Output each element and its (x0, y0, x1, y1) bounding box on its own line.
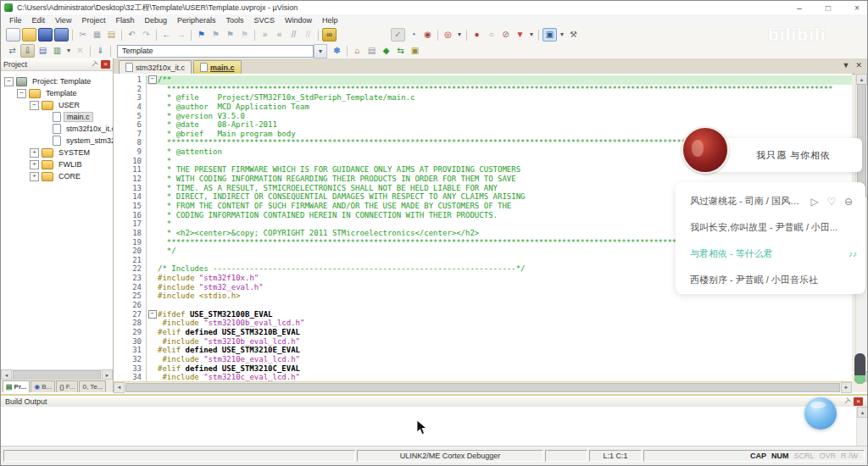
maximize-button[interactable]: □ (823, 3, 833, 13)
bookmark-prev-icon[interactable]: ⚑ (209, 29, 222, 41)
menu-item-help[interactable]: Help (317, 16, 343, 25)
stop-build-icon[interactable]: ✕ (74, 45, 86, 57)
comment-icon[interactable]: // (287, 29, 300, 41)
download-icon[interactable]: ⇓ (94, 45, 107, 57)
find-caret[interactable]: ▾ (456, 29, 463, 41)
tree-item-system[interactable]: +SYSTEM (1, 147, 113, 158)
batch-build-icon[interactable]: ▥ (51, 45, 64, 57)
close-button[interactable]: × (852, 3, 862, 13)
select-packs-icon[interactable]: ⇆ (394, 45, 407, 57)
playlist-item[interactable]: 风过谢桃花 - 司南 / 国风新语 /...▷♡⊖ (676, 188, 865, 214)
tree-expander-icon[interactable]: + (30, 148, 39, 158)
menu-item-edit[interactable]: Edit (27, 16, 51, 25)
configure-wrench-icon[interactable]: ⚒ (567, 29, 580, 41)
playlist-item[interactable]: 我叫长安,你叫故里 - 尹昔眠 / 小田... (676, 214, 865, 241)
layout-caret[interactable]: ▾ (559, 29, 565, 41)
open-folder-icon[interactable] (22, 28, 36, 42)
new-file-icon[interactable] (6, 28, 20, 42)
menu-item-svcs[interactable]: SVCS (249, 16, 281, 25)
quick-find-icon[interactable]: ◔ (407, 29, 420, 41)
panel-tab-0te[interactable]: 0, Te... (79, 380, 106, 392)
panel-tab-b[interactable]: ◉B... (31, 380, 55, 392)
build-icon[interactable]: ⇩ (20, 44, 35, 58)
tree-expander-icon[interactable]: + (30, 160, 39, 169)
pin-icon[interactable]: ⊤ (841, 395, 853, 407)
remove-icon[interactable]: ⊖ (840, 196, 857, 208)
save-icon[interactable] (38, 28, 53, 42)
play-icon[interactable]: ▷ (806, 196, 823, 208)
tree-expander-icon[interactable]: − (30, 101, 39, 110)
batch-caret[interactable]: ▾ (65, 45, 72, 57)
editor-tab-stm32f10x_it-c[interactable]: stm32f10x_it.c (119, 60, 192, 74)
build-output-close-icon[interactable]: × (854, 397, 863, 406)
breakpoint-caret[interactable]: ▾ (528, 29, 535, 41)
build-output-content[interactable] (1, 407, 867, 448)
redo-icon[interactable]: ↷ (140, 29, 153, 41)
manage-rte-icon[interactable]: ◆ (380, 45, 392, 57)
indent-icon[interactable]: » (259, 29, 271, 41)
save-all-icon[interactable] (54, 28, 69, 42)
menu-item-flash[interactable]: Flash (110, 16, 139, 25)
tree-item-system-stm32f1[interactable]: system_stm32f1 (1, 135, 113, 147)
scroll-up-icon[interactable]: ▴ (857, 407, 868, 418)
music-volume-pill[interactable] (854, 353, 865, 384)
playlist-item[interactable]: 西楼别序 - 尹昔眠 / 小田音乐社 (676, 267, 865, 293)
breakpoint-disable-all-icon[interactable]: ⊘ (499, 29, 512, 41)
bookmark-toggle-icon[interactable]: ⚑ (195, 29, 208, 41)
find-replace-icon[interactable]: ◉ (421, 29, 434, 41)
tree-item-template[interactable]: −Template (1, 87, 113, 99)
menu-item-tools[interactable]: Tools (220, 16, 248, 25)
close-doc-icon[interactable]: ✕ (855, 61, 862, 69)
panel-tab-pr[interactable]: ▤Pr... (3, 380, 30, 392)
fold-collapse-icon[interactable]: − (148, 310, 157, 319)
menu-item-debug[interactable]: Debug (139, 16, 172, 25)
find-in-files-red-icon[interactable]: ◎ (442, 29, 454, 41)
playlist-item[interactable]: 与君相依 - 等什么君♪♪ (676, 241, 865, 267)
editor-tab-main-c[interactable]: main.c (193, 60, 242, 74)
floating-ball[interactable] (804, 397, 837, 430)
menu-item-peripherals[interactable]: Peripherals (172, 16, 221, 25)
fold-collapse-icon[interactable]: − (148, 75, 157, 84)
cut-icon[interactable]: ✂ (76, 29, 89, 41)
doc-list-caret-icon[interactable]: ▼ (843, 61, 850, 69)
tree-item-stm32f10x-it-c[interactable]: stm32f10x_it.c (1, 123, 113, 135)
tree-item-project-template[interactable]: −Project: Template (1, 75, 113, 87)
pack-installer-icon[interactable]: ▣ (409, 45, 421, 57)
undo-icon[interactable]: ↶ (125, 29, 138, 41)
target-select-caret-icon[interactable]: ▾ (314, 44, 327, 58)
editor-hscrollbar[interactable]: ◂ ▸ (114, 381, 852, 392)
menu-item-project[interactable]: Project (76, 16, 110, 25)
uncomment-icon[interactable]: // (302, 29, 314, 41)
target-select[interactable]: Template (117, 45, 314, 58)
panel-tab-f[interactable]: {} F... (56, 380, 78, 392)
editor-hscroll-thumb[interactable] (125, 383, 840, 392)
tree-expander-icon[interactable]: − (4, 77, 14, 86)
menu-item-file[interactable]: File (4, 16, 27, 25)
build-output-scrollbar[interactable]: ▴ (856, 407, 867, 447)
window-layout-icon[interactable]: ▣ (542, 28, 557, 42)
spell-check-icon[interactable]: ✓ (391, 28, 405, 42)
tree-item-core[interactable]: +CORE (1, 170, 113, 182)
menu-item-window[interactable]: Window (280, 16, 317, 25)
rebuild-icon[interactable]: ▤ (36, 45, 49, 57)
heart-icon[interactable]: ♡ (823, 196, 840, 208)
tree-expander-icon[interactable]: + (30, 172, 39, 181)
nav-forward-icon[interactable]: → (175, 29, 187, 41)
bookmark-clear-icon[interactable]: ⚑ (238, 29, 251, 41)
breakpoint-enable-icon[interactable]: ○ (485, 29, 498, 41)
tree-expander-icon[interactable]: − (17, 89, 26, 98)
outdent-icon[interactable]: « (273, 29, 286, 41)
tree-item-main-c[interactable]: main.c (1, 111, 113, 123)
tree-item-user[interactable]: −USER (1, 99, 113, 111)
paste-icon[interactable]: ▤ (105, 29, 118, 41)
project-close-icon[interactable]: × (101, 60, 110, 69)
bookmark-next-icon[interactable]: ⚑ (224, 29, 236, 41)
pin-icon[interactable]: ⊤ (88, 58, 100, 70)
scroll-right-icon[interactable]: ▸ (841, 382, 852, 393)
file-extensions-icon[interactable]: ▤ (365, 45, 378, 57)
translate-icon[interactable]: ⇄ (6, 45, 19, 57)
menu-item-view[interactable]: View (50, 16, 76, 25)
minimize-button[interactable]: – (794, 3, 804, 13)
tree-item-fwlib[interactable]: +FWLIB (1, 158, 113, 170)
options-target-icon[interactable]: ✽ (331, 45, 343, 57)
